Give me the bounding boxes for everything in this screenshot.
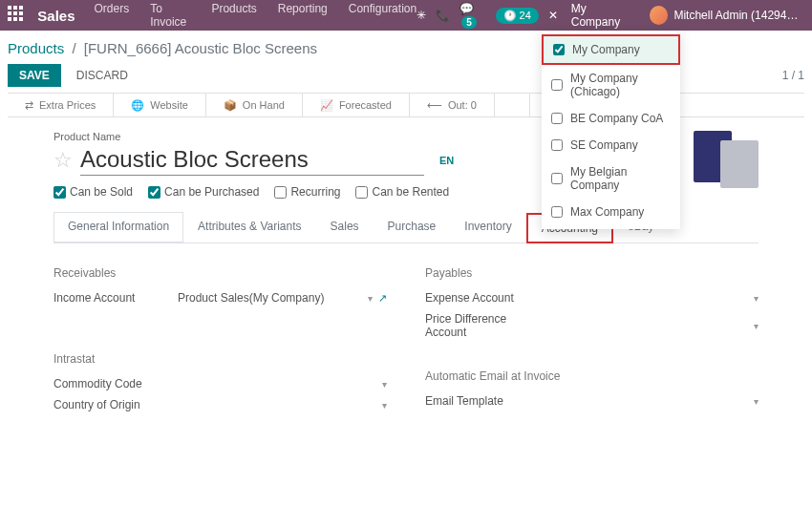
stat-bar: ⇄ Extra Prices 🌐 Website 📦 On Hand 📈 For… <box>8 93 804 117</box>
product-name-input[interactable] <box>80 144 424 176</box>
check-purchased[interactable]: Can be Purchased <box>148 185 259 199</box>
company-selector[interactable]: My Company <box>571 2 636 29</box>
income-account-label: Income Account <box>53 291 178 305</box>
stat-extra[interactable] <box>495 94 530 116</box>
company-checkbox[interactable] <box>551 206 563 218</box>
tab-inventory[interactable]: Inventory <box>450 212 525 242</box>
company-option[interactable]: BE Company CoA <box>542 105 680 132</box>
chevron-down-icon: ▾ <box>754 321 759 331</box>
bug-icon[interactable]: ✳ <box>417 9 426 22</box>
external-link-icon[interactable]: ↗ <box>378 292 387 305</box>
avatar[interactable] <box>650 6 668 25</box>
lang-badge[interactable]: EN <box>439 155 454 166</box>
company-checkbox[interactable] <box>551 139 563 151</box>
save-button[interactable]: SAVE <box>8 64 61 87</box>
price-diff-field: Price Difference Account ▾ <box>425 308 759 343</box>
price-diff-value[interactable]: ▾ <box>549 321 759 331</box>
company-dropdown: My Company My Company (Chicago) BE Compa… <box>542 31 680 229</box>
discard-button[interactable]: DISCARD <box>65 64 139 87</box>
commodity-code-value[interactable]: ▾ <box>178 379 387 390</box>
breadcrumb-root[interactable]: Products <box>8 40 64 56</box>
company-option[interactable]: SE Company <box>542 132 680 158</box>
country-origin-field: Country of Origin ▾ <box>53 394 387 415</box>
company-option[interactable]: My Belgian Company <box>542 158 680 199</box>
expense-account-field: Expense Account ▾ <box>425 287 759 308</box>
status-icons: ✳ 📞 💬5 🕐24 ✕ <box>417 2 558 29</box>
stat-extra-prices[interactable]: ⇄ Extra Prices <box>8 94 114 116</box>
apps-icon[interactable] <box>8 6 26 25</box>
chevron-down-icon: ▾ <box>368 293 373 304</box>
commodity-code-label: Commodity Code <box>53 377 178 390</box>
breadcrumb: Products / [FURN_6666] Acoustic Bloc Scr… <box>0 31 812 60</box>
stat-on-hand[interactable]: 📦 On Hand <box>206 94 303 116</box>
receivables-heading: Receivables <box>53 266 387 280</box>
form-area: Product Name ☆ EN Can be Sold Can be Pur… <box>0 117 812 429</box>
tab-purchase[interactable]: Purchase <box>374 212 451 242</box>
nav-configuration[interactable]: Configuration <box>349 2 417 29</box>
brand: Sales <box>37 8 75 24</box>
company-option[interactable]: My Company (Chicago) <box>542 65 680 105</box>
chevron-down-icon: ▾ <box>382 379 387 390</box>
email-template-value[interactable]: ▾ <box>549 396 759 407</box>
company-checkbox[interactable] <box>551 79 563 91</box>
pagination: 1 / 1 <box>782 69 804 82</box>
email-template-label: Email Template <box>425 394 549 408</box>
topbar: Sales Orders To Invoice Products Reporti… <box>0 0 812 31</box>
stat-forecasted[interactable]: 📈 Forecasted <box>303 94 410 116</box>
country-origin-value[interactable]: ▾ <box>178 400 387 411</box>
nav-products[interactable]: Products <box>211 2 256 29</box>
tab-attributes[interactable]: Attributes & Variants <box>183 212 316 242</box>
product-image[interactable] <box>682 131 759 192</box>
company-option[interactable]: My Company <box>542 34 680 65</box>
expense-account-value[interactable]: ▾ <box>549 293 759 304</box>
chat-badge: 5 <box>461 16 477 29</box>
check-recurring[interactable]: Recurring <box>274 185 340 199</box>
email-template-field: Email Template ▾ <box>425 390 759 411</box>
stat-website[interactable]: 🌐 Website <box>114 94 206 116</box>
timer-icon[interactable]: 🕐24 <box>496 8 539 24</box>
company-checkbox[interactable] <box>551 173 563 184</box>
country-origin-label: Country of Origin <box>53 398 178 411</box>
top-nav: Orders To Invoice Products Reporting Con… <box>95 2 417 29</box>
accounting-pane: Receivables Income Account Product Sales… <box>53 243 759 429</box>
auto-email-heading: Automatic Email at Invoice <box>425 369 759 383</box>
income-account-field: Income Account Product Sales(My Company)… <box>53 287 387 308</box>
price-diff-label: Price Difference Account <box>425 312 549 339</box>
commodity-code-field: Commodity Code ▾ <box>53 373 387 394</box>
company-option[interactable]: Max Company <box>542 199 680 225</box>
intrastat-heading: Intrastat <box>53 352 387 366</box>
nav-reporting[interactable]: Reporting <box>278 2 328 29</box>
phone-icon[interactable]: 📞 <box>436 9 450 22</box>
company-checkbox[interactable] <box>551 113 563 124</box>
nav-to-invoice[interactable]: To Invoice <box>150 2 190 29</box>
chevron-down-icon: ▾ <box>754 293 759 304</box>
stat-out[interactable]: ⟵ Out: 0 <box>410 94 495 116</box>
payables-heading: Payables <box>425 266 759 280</box>
company-checkbox[interactable] <box>553 44 565 55</box>
tab-sales[interactable]: Sales <box>316 212 374 242</box>
actions-row: SAVE DISCARD 1 / 1 <box>0 60 812 93</box>
chevron-down-icon: ▾ <box>382 400 387 411</box>
tab-general[interactable]: General Information <box>53 212 183 242</box>
income-account-value[interactable]: Product Sales(My Company) ▾ ↗ <box>178 291 387 305</box>
username[interactable]: Mitchell Admin (1429464... <box>673 9 804 22</box>
check-sold[interactable]: Can be Sold <box>53 185 133 199</box>
check-rented[interactable]: Can be Rented <box>355 185 449 199</box>
nav-orders[interactable]: Orders <box>95 2 130 29</box>
chat-icon[interactable]: 💬5 <box>459 2 485 29</box>
expense-account-label: Expense Account <box>425 291 549 305</box>
favorite-star-icon[interactable]: ☆ <box>53 148 73 173</box>
breadcrumb-current: [FURN_6666] Acoustic Bloc Screens <box>84 40 317 56</box>
close-icon[interactable]: ✕ <box>548 9 558 22</box>
breadcrumb-sep: / <box>72 40 75 56</box>
chevron-down-icon: ▾ <box>754 396 759 407</box>
